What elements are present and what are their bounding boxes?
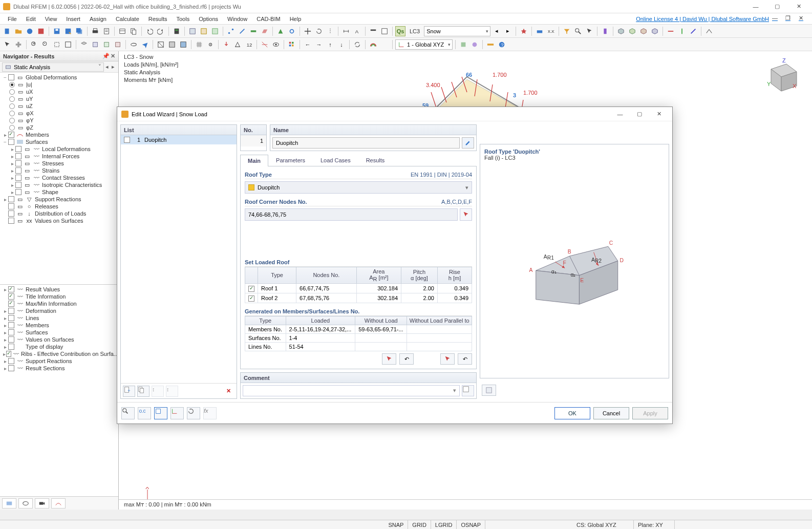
pick-without-button[interactable] bbox=[440, 353, 455, 365]
nav-close-icon[interactable]: ✕ bbox=[111, 53, 115, 59]
foot-zoom-button[interactable] bbox=[121, 407, 135, 419]
zoom-out-icon[interactable]: - bbox=[40, 39, 51, 50]
comment-edit-button[interactable] bbox=[462, 385, 474, 396]
nav-tab-eye-icon[interactable] bbox=[18, 498, 33, 509]
tree-iso[interactable]: ▸▭〰Isotropic Characteristics bbox=[0, 181, 118, 188]
list-item[interactable]: 1 Duopitch bbox=[121, 135, 237, 144]
axis-y-icon[interactable] bbox=[677, 26, 687, 36]
ok-button[interactable]: OK bbox=[554, 407, 590, 419]
tree-members[interactable]: ▸Members bbox=[0, 131, 118, 138]
saveas-icon[interactable] bbox=[63, 26, 73, 36]
cube-icon[interactable] bbox=[616, 26, 626, 36]
foot-square-button[interactable] bbox=[154, 407, 167, 419]
iso-icon[interactable] bbox=[704, 26, 714, 36]
tree-phiy[interactable]: ▭φY bbox=[0, 117, 118, 124]
foot-fx-button[interactable]: fx bbox=[203, 407, 217, 419]
tab-loadcases[interactable]: Load Cases bbox=[313, 154, 358, 166]
filter-icon[interactable] bbox=[562, 26, 572, 36]
tab-results[interactable]: Results bbox=[358, 154, 393, 166]
roof-table[interactable]: Type Nodes No. AreaAR [m²] Pitchα [deg] … bbox=[245, 267, 472, 303]
zoom-win-icon[interactable] bbox=[52, 39, 62, 50]
visibility-icon[interactable] bbox=[271, 39, 281, 50]
list-delete-button[interactable]: ✕ bbox=[222, 386, 234, 397]
text-icon[interactable]: A bbox=[352, 26, 362, 36]
pan-icon[interactable] bbox=[13, 39, 24, 50]
license-link[interactable]: Online License 4 | David Wu | Dlubal Sof… bbox=[636, 16, 769, 22]
tree-supreact[interactable]: ▸▭▽Support Reactions bbox=[0, 196, 118, 203]
arrow-d-icon[interactable]: ↓ bbox=[336, 39, 347, 50]
menu-view[interactable]: View bbox=[40, 14, 62, 24]
opt-sections[interactable]: ▸〰Result Sections bbox=[0, 365, 118, 372]
view-cube[interactable]: X Y Z bbox=[761, 56, 802, 97]
foot-refresh-button[interactable] bbox=[187, 407, 200, 419]
table-icon[interactable] bbox=[117, 26, 127, 36]
menu-help[interactable]: Help bbox=[285, 14, 306, 24]
new-icon[interactable] bbox=[2, 26, 12, 36]
menu-file[interactable]: File bbox=[3, 14, 22, 24]
supports-icon[interactable] bbox=[275, 26, 286, 36]
navigator-tree[interactable]: −▭Global Deformations ▭|u| ▭uX ▭uY ▭uZ ▭… bbox=[0, 73, 118, 284]
mirror-icon[interactable] bbox=[325, 26, 335, 36]
menu-window[interactable]: Window bbox=[223, 14, 252, 24]
nav-pin-icon[interactable]: 📌 bbox=[102, 53, 110, 59]
colors-icon[interactable] bbox=[287, 39, 297, 50]
wireframe-icon[interactable] bbox=[156, 39, 166, 50]
tree-contact[interactable]: ▸▭〰Contact Stresses bbox=[0, 174, 118, 181]
sync-icon[interactable] bbox=[352, 39, 362, 50]
lc-next-icon[interactable]: ▸ bbox=[503, 26, 513, 36]
roof-type-selector[interactable]: Duopitch bbox=[245, 181, 472, 194]
axis-x-icon[interactable] bbox=[666, 26, 676, 36]
snap-toggle[interactable]: SNAP bbox=[384, 520, 408, 529]
menu-assign[interactable]: Assign bbox=[85, 14, 111, 24]
lines-icon[interactable] bbox=[237, 26, 247, 36]
opt-members[interactable]: ▸〰Members bbox=[0, 322, 118, 329]
report-icon[interactable] bbox=[101, 26, 112, 36]
show-num-icon[interactable]: 12 bbox=[244, 39, 254, 50]
recent-icon[interactable] bbox=[25, 26, 35, 36]
nav-tab-cam-icon[interactable] bbox=[35, 498, 49, 509]
opt-lines[interactable]: ▸〰Lines bbox=[0, 314, 118, 322]
undo-icon[interactable] bbox=[144, 26, 155, 36]
name-edit-button[interactable] bbox=[462, 137, 474, 149]
comment-input[interactable] bbox=[243, 385, 460, 396]
opt-maxmin[interactable]: 〰Max/Min Information bbox=[0, 300, 118, 307]
show-val-icon[interactable]: x.xx bbox=[546, 26, 556, 36]
members-icon[interactable] bbox=[248, 26, 259, 36]
opt-valsurf[interactable]: ▸〰Values on Surfaces bbox=[0, 336, 118, 343]
tree-ux[interactable]: ▭uX bbox=[0, 88, 118, 95]
orbit-icon[interactable] bbox=[129, 39, 139, 50]
menu-cadbim[interactable]: CAD-BIM bbox=[252, 14, 285, 24]
open-icon[interactable] bbox=[13, 26, 24, 36]
tree-distload[interactable]: ▭↓Distribution of Loads bbox=[0, 210, 118, 217]
view-xz-icon[interactable] bbox=[101, 39, 112, 50]
grid-toggle[interactable]: GRID bbox=[408, 520, 431, 529]
hinges-icon[interactable] bbox=[287, 26, 297, 36]
mdi-minimize-icon[interactable]: ― bbox=[772, 15, 782, 23]
nav-tab-data-icon[interactable] bbox=[2, 498, 16, 509]
view-xy-icon[interactable] bbox=[90, 39, 100, 50]
roof1-check[interactable] bbox=[248, 286, 254, 292]
close-icon[interactable] bbox=[36, 26, 46, 36]
tree-localdef[interactable]: ▸▭〰Local Deformations bbox=[0, 145, 118, 153]
select-arrow-icon[interactable] bbox=[2, 39, 12, 50]
select-icon[interactable] bbox=[584, 26, 594, 36]
list-down-button[interactable]: ↕ bbox=[166, 386, 178, 397]
tree-uz[interactable]: ▭uZ bbox=[0, 102, 118, 110]
opt-title[interactable]: 〰Title Information bbox=[0, 293, 118, 300]
extra1-icon[interactable] bbox=[458, 39, 468, 50]
tab-main[interactable]: Main bbox=[240, 155, 268, 166]
menu-tools[interactable]: Tools bbox=[172, 14, 194, 24]
analysis-type-selector[interactable]: Static Analysis bbox=[2, 62, 104, 72]
foot-num-button[interactable]: 0.00 bbox=[138, 407, 151, 419]
axis-z-icon[interactable] bbox=[688, 26, 698, 36]
load-data-icon[interactable] bbox=[199, 26, 209, 36]
tree-u[interactable]: ▭|u| bbox=[0, 81, 118, 88]
apply-button[interactable]: Apply bbox=[632, 407, 668, 419]
cube2-icon[interactable] bbox=[627, 26, 637, 36]
print-icon[interactable] bbox=[90, 26, 100, 36]
saveall-icon[interactable] bbox=[74, 26, 84, 36]
tree-phix[interactable]: ▭φX bbox=[0, 110, 118, 117]
list-up-button[interactable]: ↕ bbox=[152, 386, 164, 397]
dialog-maximize-button[interactable]: ▢ bbox=[630, 108, 649, 120]
tree-global-deform[interactable]: −▭Global Deformations bbox=[0, 74, 118, 81]
